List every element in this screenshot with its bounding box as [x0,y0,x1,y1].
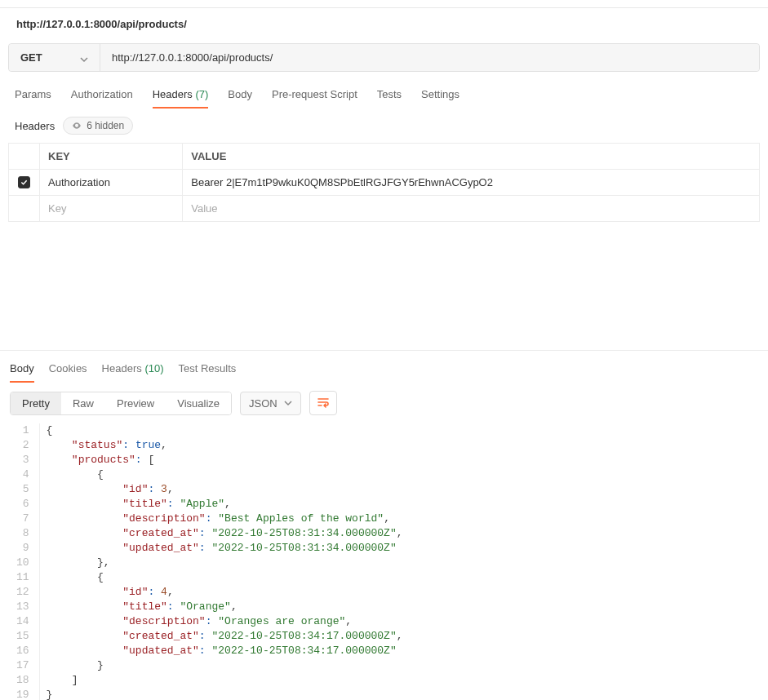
viewmode-visualize[interactable]: Visualize [166,392,231,414]
row-checkbox-cell [9,170,40,196]
tab-headers-count: (7) [195,88,208,100]
chevron-down-icon [284,397,292,410]
tab-response-headers-label: Headers [102,362,142,374]
headers-label: Headers [15,120,55,132]
request-url-input[interactable] [100,44,759,71]
http-method-value: GET [20,51,42,64]
tab-headers-label: Headers [153,88,193,100]
window-tabs-row [0,0,768,8]
headers-table: KEY VALUE Authorization Bearer 2|E7m1tP9… [8,143,760,222]
header-value-placeholder[interactable]: Value [183,196,760,222]
response-tabs: Body Cookies Headers (10) Test Results [0,351,768,383]
viewmode-pretty[interactable]: Pretty [11,392,61,414]
request-url-bar: GET [8,43,760,72]
tab-authorization[interactable]: Authorization [71,80,133,109]
viewmode-raw[interactable]: Raw [61,392,105,414]
hidden-headers-count: 6 hidden [87,120,124,131]
tab-params[interactable]: Params [15,80,51,109]
col-checkbox [9,144,40,170]
line-numbers: 12345678910111213141516171819 [8,423,40,700]
headers-subheader: Headers 6 hidden [0,109,768,143]
col-value: VALUE [183,144,760,170]
wrap-lines-button[interactable] [309,391,337,415]
request-tabs: Params Authorization Headers (7) Body Pr… [0,80,768,109]
tab-response-cookies[interactable]: Cookies [49,359,87,383]
wrap-icon [317,396,330,411]
request-response-divider [0,228,768,351]
response-view-mode: Pretty Raw Preview Visualize [10,392,232,415]
header-value-cell[interactable]: Bearer 2|E7m1tP9wkuK0QM8SPbEtlRGJFGY5rEh… [183,170,760,196]
response-format-value: JSON [249,397,277,410]
response-format-select[interactable]: JSON [240,392,301,415]
tab-pre-request-script[interactable]: Pre-request Script [272,80,357,109]
response-toolbar: Pretty Raw Preview Visualize JSON [0,383,768,423]
json-code: { "status": true, "products": [ { "id": … [40,423,403,700]
header-key-placeholder[interactable]: Key [40,196,183,222]
table-row: Key Value [9,196,760,222]
header-key-cell[interactable]: Authorization [40,170,183,196]
tab-response-body[interactable]: Body [10,359,34,383]
response-body-viewer[interactable]: 12345678910111213141516171819 { "status"… [0,423,768,700]
tab-settings[interactable]: Settings [421,80,459,109]
eye-icon [72,121,82,131]
tab-headers[interactable]: Headers (7) [153,80,209,109]
http-method-select[interactable]: GET [9,44,100,71]
viewmode-preview[interactable]: Preview [105,392,166,414]
chevron-down-icon [80,54,88,62]
col-key: KEY [40,144,183,170]
tab-response-headers-count: (10) [144,362,163,374]
request-title: http://127.0.0.1:8000/api/products/ [0,8,768,40]
row-checkbox[interactable] [18,176,30,188]
tab-response-headers[interactable]: Headers (10) [102,359,164,383]
tab-response-test-results[interactable]: Test Results [179,359,237,383]
toggle-hidden-headers[interactable]: 6 hidden [63,117,133,135]
tab-body[interactable]: Body [228,80,252,109]
tab-tests[interactable]: Tests [377,80,402,109]
table-row: Authorization Bearer 2|E7m1tP9wkuK0QM8SP… [9,170,760,196]
